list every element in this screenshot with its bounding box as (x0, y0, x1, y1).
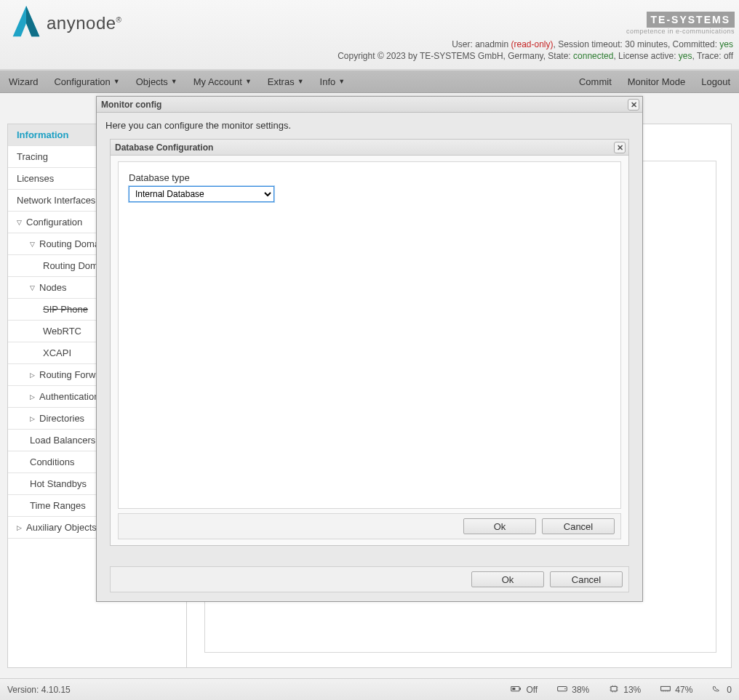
sidebar-item-label: Network Interfaces (17, 195, 95, 206)
top-bar: anynode® TE-SYSTEMS competence in e-comm… (0, 0, 739, 70)
inner-title-bar: Database Configuration ✕ (111, 140, 628, 156)
tree-toggle-icon: ▽ (30, 284, 35, 291)
version-label: Version: 4.10.15 (7, 685, 71, 695)
close-icon[interactable]: ✕ (628, 99, 639, 110)
tree-toggle-icon: ▷ (30, 415, 35, 422)
chevron-down-icon: ▼ (171, 78, 177, 85)
monitor-config-modal: Monitor config ✕ Here you can configure … (96, 96, 643, 602)
database-config-panel: Database Configuration ✕ Database type I… (110, 139, 629, 546)
sidebar-item-label: XCAPI (43, 347, 71, 358)
status-line-1: User: anadmin (read-only), Session timeo… (0, 39, 739, 51)
inner-body: Database type Internal Database (118, 161, 621, 509)
status-line-2: Copyright © 2023 by TE-SYSTEMS GmbH, Ger… (0, 51, 739, 63)
svg-rect-5 (611, 686, 617, 691)
modal-hint: Here you can configure the monitor setti… (105, 120, 634, 131)
database-type-select[interactable]: Internal Database (129, 186, 274, 202)
inner-button-row: Ok Cancel (118, 513, 621, 539)
footer: Version: 4.10.15 Off 38% 13% 47% 0 (0, 678, 739, 700)
ok-button[interactable]: Ok (463, 518, 536, 534)
svg-rect-14 (661, 686, 671, 691)
sidebar-item-label: Hot Standbys (30, 478, 87, 489)
inner-title: Database Configuration (115, 142, 213, 153)
sidebar-item-label: WebRTC (43, 326, 81, 337)
menu-wizard[interactable]: Wizard (9, 76, 38, 87)
sidebar-item-label: SIP Phone (43, 304, 88, 315)
tree-toggle-icon: ▷ (30, 393, 35, 401)
sidebar-item-label: Directories (39, 413, 84, 424)
tree-toggle-icon: ▷ (30, 371, 35, 379)
close-icon[interactable]: ✕ (614, 142, 626, 153)
menu-configuration[interactable]: Configuration▼ (54, 76, 119, 87)
menu-my-account[interactable]: My Account▼ (193, 76, 252, 87)
cpu-icon (608, 685, 620, 695)
sidebar-item-label: Information (17, 129, 69, 140)
chevron-down-icon: ▼ (338, 78, 345, 85)
sidebar-item-label: Load Balancers (30, 435, 95, 446)
footer-mem[interactable]: 47% (660, 685, 692, 695)
menu-objects[interactable]: Objects▼ (136, 76, 177, 87)
te-systems-logo: TE-SYSTEMS competence in e-communication… (626, 12, 735, 35)
svg-rect-1 (520, 687, 522, 689)
outer-button-row: Ok Cancel (110, 566, 629, 592)
brand: anynode® (10, 4, 121, 43)
chevron-down-icon: ▼ (245, 78, 252, 85)
footer-power[interactable]: Off (511, 685, 538, 695)
sidebar-item-label: Configuration (26, 217, 82, 228)
sidebar-item-label: Nodes (39, 282, 67, 293)
svg-point-4 (564, 688, 566, 689)
battery-icon (511, 685, 522, 695)
sidebar-item-label: Time Ranges (30, 500, 86, 511)
sidebar-item-label: Conditions (30, 456, 74, 467)
menu-extras[interactable]: Extras▼ (268, 76, 304, 87)
menu-monitor-mode[interactable]: Monitor Mode (628, 76, 685, 87)
svg-rect-2 (513, 687, 516, 689)
modal-title: Monitor config (101, 100, 161, 110)
tree-toggle-icon: ▷ (17, 524, 22, 531)
sidebar-item-label: Licenses (17, 173, 54, 184)
cancel-button[interactable]: Cancel (542, 518, 615, 534)
menu-commit[interactable]: Commit (579, 76, 612, 87)
sidebar-item-label: Tracing (17, 151, 48, 162)
chevron-down-icon: ▼ (113, 78, 120, 85)
memory-icon (660, 685, 671, 695)
chevron-down-icon: ▼ (297, 78, 304, 85)
brand-name: anynode® (47, 13, 121, 33)
tree-toggle-icon: ▽ (17, 219, 22, 226)
menu-info[interactable]: Info▼ (320, 76, 345, 87)
sidebar-item-label: Auxiliary Objects (26, 522, 97, 533)
footer-calls[interactable]: 0 (711, 685, 732, 695)
ok-button[interactable]: Ok (471, 571, 544, 587)
anynode-logo-icon (10, 4, 42, 43)
disk-icon (556, 685, 568, 695)
menu-bar: Wizard Configuration▼ Objects▼ My Accoun… (0, 70, 739, 93)
tree-toggle-icon: ▽ (30, 241, 35, 248)
cancel-button[interactable]: Cancel (550, 571, 623, 587)
menu-logout[interactable]: Logout (701, 76, 730, 87)
modal-title-bar: Monitor config ✕ (97, 97, 642, 113)
footer-cpu[interactable]: 13% (608, 685, 641, 695)
phone-icon (711, 685, 723, 695)
footer-disk[interactable]: 38% (556, 685, 589, 695)
database-type-label: Database type (129, 172, 610, 183)
